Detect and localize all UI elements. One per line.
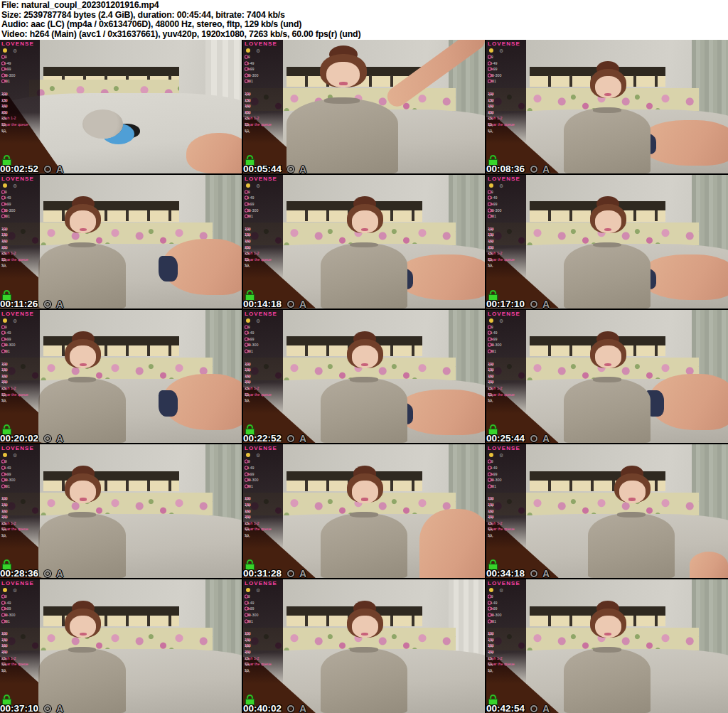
wave-icon: ∿∿: [245, 110, 250, 114]
level-dot-icon: [1, 484, 5, 488]
menu-row: 25Lush 1-2∿∿: [1, 116, 34, 122]
menu-row: 13025s∿∿: [245, 232, 277, 238]
overlay-badge-letter: A: [542, 433, 550, 443]
menu-row: 20045s∿∿: [488, 245, 520, 250]
menu-row: 13025s∿∿: [488, 97, 520, 103]
timestamp-overlay: 00:14:18 A: [243, 290, 485, 309]
wave-icon: ∿∿: [245, 380, 250, 385]
thumbnail: LOVENSE ⚙ 1-92s▣10-495s▣50-9910s▣100-300…: [0, 579, 242, 713]
menu-row: 50Clear the queue∿∿: [1, 662, 34, 668]
menu-row: 50...∿∿: [1, 668, 34, 673]
wave-icon: ∿∿: [1, 239, 6, 243]
tip-menu: 1-92s▣10-495s▣50-9910s▣100-30015s▣>30130…: [1, 459, 38, 489]
menu-row: 50...∿∿: [488, 532, 520, 538]
lips: [361, 498, 368, 500]
level-dot-icon: [1, 208, 5, 212]
command-menu: 10020s∿∿13025s∿∿16030s∿∿20045s∿∿25Lush 1…: [245, 361, 282, 404]
menu-row: 100-30015s▣: [1, 73, 34, 78]
wave-icon: ∿∿: [245, 527, 250, 532]
metadata-header: File: natural_coupl_202301201916.mp4 Siz…: [0, 0, 728, 40]
menu-row: 25Lush 1-2∿∿: [245, 251, 277, 257]
lovense-logo: LOVENSE: [245, 311, 282, 317]
circle-badge-icon: [287, 166, 294, 173]
menu-row: 1-92s▣: [488, 189, 520, 195]
timestamp-text: 00:28:36: [0, 568, 38, 578]
sun-icon: [3, 588, 7, 592]
menu-row: >30130s▣: [488, 618, 520, 624]
level-dot-icon: [245, 61, 248, 65]
wave-icon: ∿∿: [245, 656, 250, 660]
wave-icon: ∿∿: [488, 239, 493, 243]
lovense-overlay-panel: LOVENSE ⚙ 1-92s▣10-495s▣50-9910s▣100-300…: [486, 579, 526, 683]
menu-row: 20045s∿∿: [1, 245, 34, 250]
menu-row: 20045s∿∿: [1, 515, 34, 520]
wave-icon: ∿∿: [1, 515, 6, 519]
gear-icon: ⚙: [13, 588, 17, 593]
lips: [604, 93, 611, 96]
wave-icon: ∿∿: [488, 245, 493, 250]
menu-row: 25Lush 1-2∿∿: [245, 655, 277, 661]
wave-icon: ∿∿: [1, 245, 6, 250]
menu-row: 100-30015s▣: [245, 343, 277, 348]
wave-icon: ∿∿: [245, 251, 250, 255]
tip-menu: 1-92s▣10-495s▣50-9910s▣100-30015s▣>30130…: [1, 189, 38, 220]
menu-row: 13025s∿∿: [488, 368, 520, 373]
menu-row: 100-30015s▣: [1, 343, 34, 348]
sun-icon: [246, 453, 250, 457]
menu-row: 50-9910s▣: [1, 471, 34, 477]
wave-icon: ∿∿: [245, 122, 250, 127]
menu-row: 50Clear the queue∿∿: [1, 392, 34, 397]
wave-icon: ∿∿: [245, 104, 250, 108]
level-dot-icon: [488, 208, 491, 212]
sweater-collar: [68, 377, 96, 382]
overlay-icons-row: ⚙: [3, 588, 38, 593]
wave-icon: ∿∿: [488, 117, 493, 121]
lovense-logo: LOVENSE: [1, 311, 38, 317]
wave-icon: ∿∿: [245, 98, 250, 102]
wave-icon: ∿∿: [245, 392, 250, 397]
menu-row: >30130s▣: [488, 79, 520, 85]
sun-icon: [489, 318, 493, 323]
sun-icon: [246, 48, 250, 53]
level-dot-icon: [245, 73, 248, 77]
thumbnail: LOVENSE ⚙ 1-92s▣10-495s▣50-9910s▣100-300…: [486, 444, 728, 578]
wave-icon: ∿∿: [488, 638, 493, 642]
wave-icon: ∿∿: [1, 644, 6, 648]
menu-row: 25Lush 1-2∿∿: [1, 520, 34, 526]
command-menu: 10020s∿∿13025s∿∿16030s∿∿20045s∿∿25Lush 1…: [488, 361, 525, 404]
gear-icon: ⚙: [499, 588, 503, 593]
sweater-collar: [68, 242, 96, 248]
menu-row: 16030s∿∿: [488, 373, 520, 379]
tip-menu: 1-92s▣10-495s▣50-9910s▣100-30015s▣>30130…: [488, 189, 525, 220]
menu-row: 16030s∿∿: [488, 238, 520, 244]
wave-icon: ∿∿: [245, 509, 250, 513]
wave-icon: ∿∿: [488, 104, 493, 108]
wave-icon: ∿∿: [488, 644, 493, 648]
wave-icon: ∿∿: [1, 227, 6, 231]
timestamp-text: 00:37:10: [0, 703, 38, 713]
wave-icon: ∿∿: [245, 668, 250, 672]
wave-icon: ∿∿: [488, 650, 493, 654]
menu-row: 25Lush 1-2∿∿: [245, 520, 277, 526]
thumbnail: LOVENSE ⚙ 1-92s▣10-495s▣50-9910s▣100-300…: [0, 444, 242, 578]
thumbnail: LOVENSE ⚙ 1-92s▣10-495s▣50-9910s▣100-300…: [243, 444, 485, 578]
gear-icon: ⚙: [256, 183, 260, 188]
menu-row: 20045s∿∿: [245, 649, 277, 655]
sweater-collar: [593, 242, 621, 248]
wave-icon: ∿∿: [245, 117, 250, 121]
thumbnail: LOVENSE ⚙ 1-92s▣10-495s▣50-9910s▣100-300…: [486, 40, 728, 173]
menu-row: 100-30015s▣: [245, 208, 277, 213]
sweater-collar: [350, 647, 378, 653]
gear-icon: ⚙: [499, 183, 503, 188]
audio-line: Audio: aac (LC) (mp4a / 0x6134706D), 480…: [1, 20, 728, 30]
wave-icon: ∿∿: [488, 122, 493, 127]
wave-icon: ∿∿: [245, 374, 250, 378]
menu-row: 50...∿∿: [488, 263, 520, 269]
menu-row: 1-92s▣: [245, 189, 277, 195]
menu-row: 50-9910s▣: [245, 336, 277, 342]
menu-row: >30130s▣: [1, 348, 34, 354]
lovense-overlay-panel: LOVENSE ⚙ 1-92s▣10-495s▣50-9910s▣100-300…: [0, 40, 40, 144]
overlay-badge-letter: A: [299, 299, 306, 309]
menu-row: 20045s∿∿: [245, 109, 277, 115]
menu-row: >30130s▣: [488, 348, 520, 354]
